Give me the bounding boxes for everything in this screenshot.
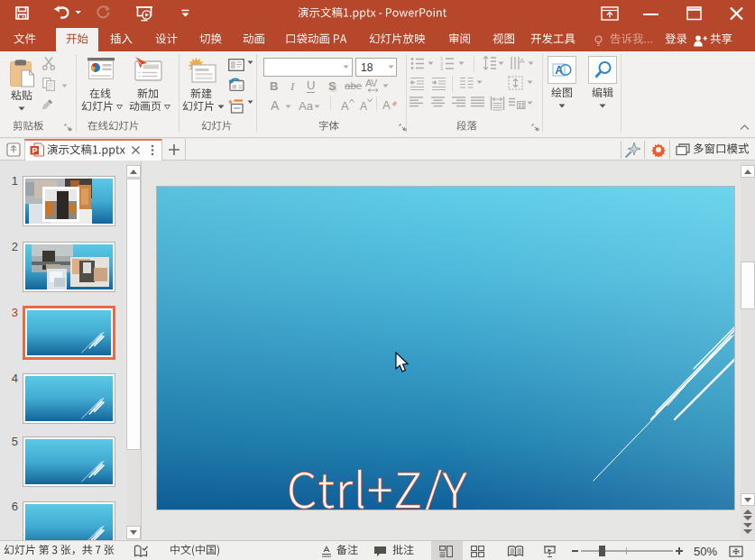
svg-text:A: A	[520, 57, 525, 65]
svg-text:P: P	[32, 146, 38, 155]
svg-text:3: 3	[440, 66, 443, 70]
